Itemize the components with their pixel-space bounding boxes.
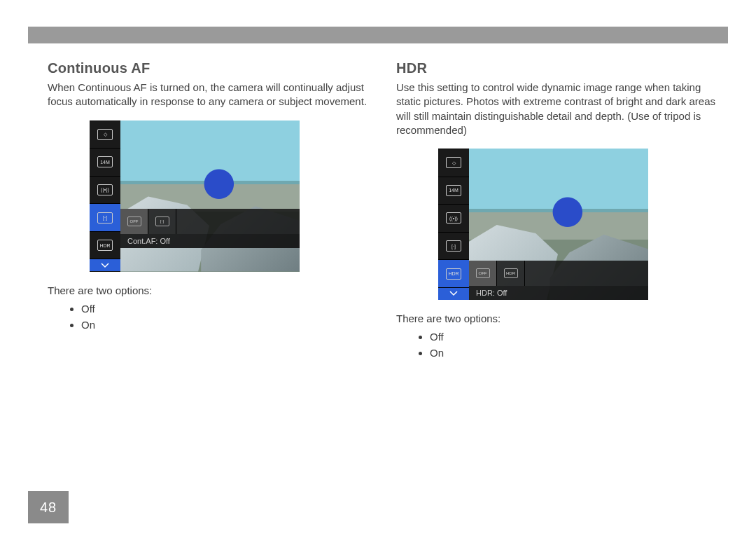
options-list-af: Off On bbox=[81, 301, 374, 334]
option-off-icon: OFF bbox=[469, 261, 497, 286]
screenshot-continuous-af: ◇ 14M ((•)) [·] HDR OFF [·] Cont.AF: Off bbox=[90, 121, 374, 272]
hdr-icon: HDR bbox=[90, 231, 120, 259]
body-hdr: Use this setting to control wide dynamic… bbox=[396, 81, 722, 137]
resolution-icon: 14M bbox=[90, 148, 120, 176]
hdr-icon: HDR bbox=[438, 259, 469, 287]
screenshot-hdr: ◇ 14M ((•)) [·] HDR OFF HDR HDR: Off bbox=[438, 149, 722, 300]
camera-menu-sidebar: ◇ 14M ((•)) [·] HDR bbox=[438, 149, 469, 300]
option-off: Off bbox=[81, 301, 374, 317]
option-strip: OFF HDR bbox=[469, 261, 648, 286]
option-off-icon: OFF bbox=[120, 209, 148, 234]
body-continuous-af: When Continuous AF is turned on, the cam… bbox=[48, 81, 374, 109]
option-on: On bbox=[81, 317, 374, 333]
camera-menu-sidebar: ◇ 14M ((•)) [·] HDR bbox=[90, 121, 120, 272]
option-on-icon: HDR bbox=[497, 261, 525, 286]
stabilizer-icon: ((•)) bbox=[90, 176, 120, 204]
page-content: Continuous AF When Continuous AF is turn… bbox=[48, 60, 722, 362]
option-off: Off bbox=[430, 329, 722, 345]
options-label-af: There are two options: bbox=[48, 284, 374, 296]
camera-preview bbox=[120, 121, 300, 272]
heading-continuous-af: Continuous AF bbox=[48, 60, 374, 76]
status-text: Cont.AF: Off bbox=[120, 234, 300, 248]
chevron-down-icon bbox=[438, 287, 469, 300]
options-list-hdr: Off On bbox=[430, 329, 722, 362]
stabilizer-icon: ((•)) bbox=[438, 204, 469, 232]
option-strip: OFF [·] bbox=[120, 209, 300, 234]
section-hdr: HDR Use this setting to control wide dyn… bbox=[396, 60, 722, 362]
status-text: HDR: Off bbox=[469, 286, 648, 300]
continuous-af-icon: [·] bbox=[438, 232, 469, 260]
page-number: 48 bbox=[28, 491, 69, 523]
heading-hdr: HDR bbox=[396, 60, 722, 76]
resolution-icon: 14M bbox=[438, 177, 469, 205]
metering-icon: ◇ bbox=[438, 149, 469, 177]
header-bar bbox=[28, 27, 728, 43]
options-label-hdr: There are two options: bbox=[396, 312, 722, 324]
option-on-icon: [·] bbox=[148, 209, 176, 234]
continuous-af-icon: [·] bbox=[90, 203, 120, 231]
option-on: On bbox=[430, 345, 722, 361]
section-continuous-af: Continuous AF When Continuous AF is turn… bbox=[48, 60, 374, 362]
chevron-down-icon bbox=[90, 259, 120, 271]
metering-icon: ◇ bbox=[90, 121, 120, 149]
